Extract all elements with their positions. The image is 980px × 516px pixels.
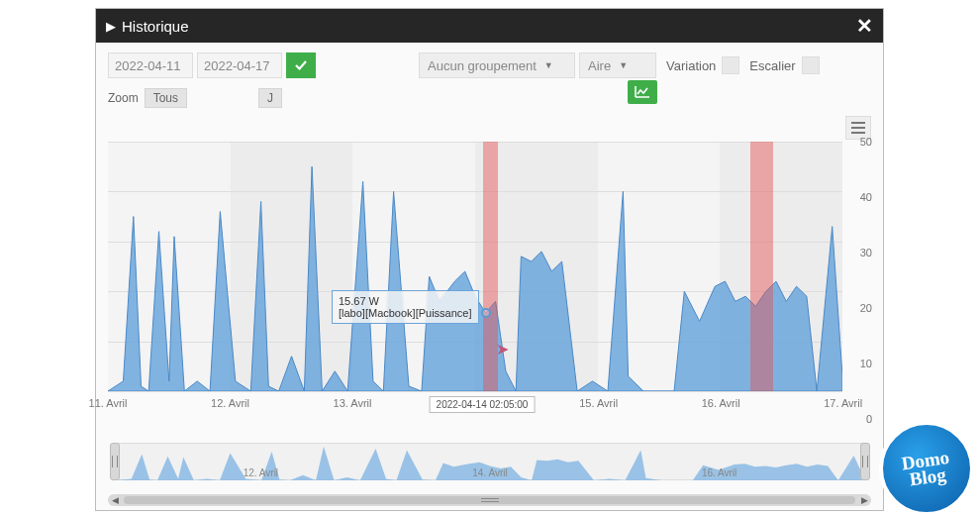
- hover-point-marker: [481, 308, 491, 318]
- line-chart-icon: [635, 85, 650, 99]
- main-chart[interactable]: 15.67 W [labo][Macbook][Puissance] ➤ 50 …: [108, 142, 872, 419]
- date-from-input[interactable]: [108, 52, 193, 78]
- y-tick: 20: [860, 302, 872, 314]
- zoom-bar: Zoom Tous J: [96, 84, 883, 112]
- variation-checkbox[interactable]: [722, 56, 739, 74]
- titlebar: ▶ Historique ✕: [96, 9, 883, 43]
- x-tick: 15. Avril: [579, 397, 618, 409]
- history-panel: ▶ Historique ✕ Aucun groupement ▼ Aire ▼…: [95, 8, 884, 511]
- tooltip-series: [labo][Macbook][Puissance]: [339, 307, 472, 319]
- grouping-dropdown[interactable]: Aucun groupement ▼: [419, 52, 575, 78]
- tooltip-value: 15.67 W: [339, 295, 472, 307]
- escalier-checkbox[interactable]: [802, 56, 820, 74]
- check-icon: [294, 58, 308, 72]
- escalier-label: Escalier: [749, 58, 795, 73]
- logo-text: Domo Blog: [881, 446, 972, 491]
- highlight-band: [750, 142, 773, 391]
- navigator-handle-right[interactable]: [860, 443, 870, 480]
- zoom-all-button[interactable]: Tous: [145, 88, 187, 108]
- close-icon[interactable]: ✕: [856, 14, 873, 38]
- y-tick: 30: [860, 247, 872, 258]
- panel-title: Historique: [122, 18, 189, 35]
- chevron-right-icon: ▶: [106, 19, 116, 34]
- zoom-label: Zoom: [108, 91, 139, 105]
- crosshair-time-label: 2022-04-14 02:05:00: [430, 396, 536, 413]
- grouping-label: Aucun groupement: [428, 58, 537, 73]
- x-tick: 16. Avril: [702, 397, 740, 409]
- y-tick: 40: [860, 191, 872, 203]
- compare-chart-button[interactable]: [628, 80, 657, 104]
- chart-type-dropdown[interactable]: Aire ▼: [579, 52, 656, 78]
- navigator-handle-left[interactable]: [110, 443, 120, 480]
- area-series: [108, 142, 842, 391]
- date-to-input[interactable]: [197, 52, 282, 78]
- x-tick: 17. Avril: [824, 397, 862, 409]
- scroll-left-icon[interactable]: ◀: [108, 495, 122, 505]
- scrollbar-thumb[interactable]: [124, 496, 855, 504]
- nav-x-tick: 16. Avril: [702, 467, 736, 478]
- chart-type-label: Aire: [588, 58, 611, 73]
- y-tick: 10: [860, 358, 872, 369]
- value-tooltip: 15.67 W [labo][Macbook][Puissance]: [332, 290, 479, 324]
- apply-date-button[interactable]: [286, 52, 316, 78]
- toolbar: Aucun groupement ▼ Aire ▼ Variation Esca…: [96, 43, 883, 84]
- x-tick: 13. Avril: [334, 397, 372, 409]
- x-tick: 12. Avril: [211, 397, 249, 409]
- navigator[interactable]: 12. Avril 14. Avril 16. Avril: [108, 443, 872, 492]
- nav-x-tick: 12. Avril: [244, 467, 278, 478]
- variation-label: Variation: [666, 58, 716, 73]
- nav-x-tick: 14. Avril: [472, 467, 507, 478]
- cursor-icon: ➤: [496, 340, 509, 359]
- domoblog-logo: Domo Blog: [879, 421, 974, 516]
- y-tick: 50: [860, 136, 872, 148]
- navigator-scrollbar[interactable]: ◀ ▶: [108, 494, 871, 506]
- caret-down-icon: ▼: [619, 60, 628, 70]
- scroll-right-icon[interactable]: ▶: [857, 495, 871, 505]
- x-tick: 11. Avril: [89, 397, 128, 409]
- caret-down-icon: ▼: [544, 60, 553, 70]
- y-tick: 0: [866, 413, 872, 425]
- zoom-day-button[interactable]: J: [258, 88, 282, 108]
